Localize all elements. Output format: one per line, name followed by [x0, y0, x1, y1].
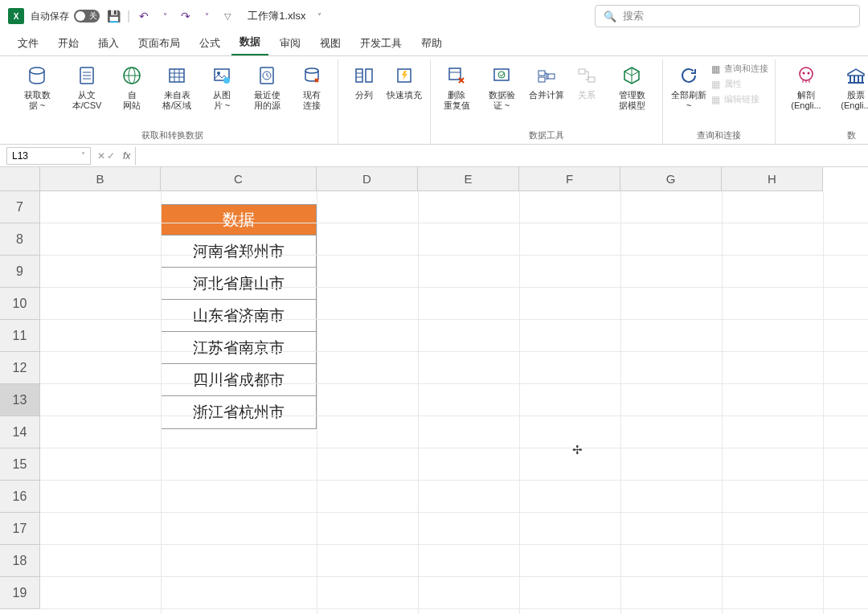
search-box[interactable]: 🔍 搜索 — [595, 5, 860, 27]
enter-icon[interactable]: ✓ — [107, 150, 115, 162]
rel-icon — [574, 63, 600, 88]
ribbon-button-label: 自 网站 — [123, 90, 141, 111]
row-header[interactable]: 13 — [0, 384, 40, 416]
redo-icon[interactable]: ↷ — [178, 9, 193, 23]
column-header[interactable]: H — [722, 167, 823, 191]
ribbon-button[interactable]: 解剖 (Engli... — [782, 59, 830, 114]
row-headers: 78910111213141516171819 — [0, 191, 40, 614]
list-icon: ▦ — [710, 63, 721, 75]
tab-视图[interactable]: 视图 — [312, 31, 349, 55]
undo-icon[interactable]: ↶ — [137, 9, 151, 23]
ribbon-button[interactable]: 股票 (Engli... — [832, 59, 868, 114]
sheet-area: BCDEFGH 78910111213141516171819 数据 河南省郑州… — [0, 167, 868, 614]
toggle-switch[interactable]: 关 — [74, 10, 100, 23]
search-icon: 🔍 — [604, 10, 616, 23]
ribbon-button-label: 最近使 用的源 — [254, 90, 280, 111]
tab-数据[interactable]: 数据 — [231, 30, 268, 55]
column-header[interactable]: E — [418, 167, 519, 191]
row-header[interactable]: 12 — [0, 352, 40, 384]
row-header[interactable]: 9 — [0, 256, 40, 288]
column-header[interactable]: C — [161, 167, 317, 191]
row-header[interactable]: 10 — [0, 288, 40, 320]
cancel-icon[interactable]: ✕ — [97, 150, 105, 162]
formula-bar-buttons: ✕ ✓ — [94, 150, 118, 162]
search-placeholder: 搜索 — [623, 9, 644, 23]
row-header[interactable]: 11 — [0, 320, 40, 352]
svg-rect-24 — [449, 68, 461, 80]
csv-icon — [74, 63, 100, 88]
name-box[interactable]: L13 ˅ — [6, 147, 91, 165]
row-header[interactable]: 19 — [0, 577, 40, 609]
ribbon-button[interactable]: 从图 片 ~ — [203, 59, 241, 114]
qat-customize-icon[interactable]: ▽ — [220, 9, 235, 23]
ribbon-button[interactable]: 来自表 格/区域 — [153, 59, 201, 114]
ribbon-small-item: ▦属性 — [710, 78, 768, 90]
redo-dropdown-icon[interactable]: ˅ — [199, 9, 214, 23]
svg-rect-30 — [548, 74, 555, 79]
ribbon-group: 解剖 (Engli...股票 (Engli...货币数 — [776, 59, 868, 144]
ribbon-small-item[interactable]: ▦查询和连接 — [710, 63, 768, 75]
ribbon-button: 关系 — [567, 59, 606, 104]
column-header[interactable]: B — [40, 167, 161, 191]
cells-area[interactable]: 数据 河南省郑州市河北省唐山市山东省济南市江苏省南京市四川省成都市浙江省杭州市 … — [40, 191, 868, 614]
ribbon-button[interactable]: 合并计算 — [527, 59, 566, 104]
row-header[interactable]: 8 — [0, 223, 40, 256]
ribbon-button[interactable]: 分列 — [345, 59, 383, 104]
ribbon-button[interactable]: 快速填充 — [385, 59, 424, 104]
ribbon-button[interactable]: 自 网站 — [113, 59, 151, 114]
filename-dropdown-icon[interactable]: ˅ — [312, 9, 326, 23]
tab-审阅[interactable]: 审阅 — [272, 31, 309, 55]
tab-页面布局[interactable]: 页面布局 — [130, 31, 188, 55]
tab-插入[interactable]: 插入 — [90, 31, 127, 55]
ribbon-button[interactable]: 最近使 用的源 — [243, 59, 291, 114]
ribbon-button[interactable]: 现有 连接 — [293, 59, 331, 114]
row-header[interactable]: 18 — [0, 545, 40, 577]
recent-icon — [254, 63, 280, 88]
file-name: 工作簿1.xlsx — [248, 9, 305, 23]
tab-公式[interactable]: 公式 — [191, 31, 228, 55]
ribbon-group: 分列快速填充 — [338, 59, 431, 144]
column-header[interactable]: F — [519, 167, 620, 191]
ribbon-button-label: 关系 — [578, 90, 596, 100]
row-header[interactable]: 14 — [0, 416, 40, 448]
ribbon-button-label: 获取数 据 ~ — [24, 90, 51, 111]
ribbon-button[interactable]: 全部刷新 ~ — [669, 59, 708, 114]
ribbon-button-label: 解剖 (Engli... — [784, 90, 829, 111]
row-header[interactable]: 7 — [0, 191, 40, 223]
group-label: 数据工具 — [529, 127, 564, 144]
prop-icon: ▦ — [710, 79, 721, 90]
autosave-toggle[interactable]: 自动保存 关 — [31, 10, 100, 23]
svg-rect-8 — [170, 69, 184, 82]
fx-icon[interactable]: fx — [118, 150, 135, 162]
tab-开始[interactable]: 开始 — [50, 31, 87, 55]
ribbon-button-label: 数据验 证 ~ — [489, 90, 515, 111]
svg-point-15 — [223, 77, 230, 84]
group-label: 查询和连接 — [697, 127, 741, 144]
ribbon-group: 全部刷新 ~▦查询和连接▦属性▦编辑链接查询和连接 — [663, 59, 776, 144]
ribbon-group: 删除 重复值数据验 证 ~合并计算关系管理数 据模型数据工具 — [431, 59, 663, 144]
ribbon-button[interactable]: 获取数 据 ~ — [13, 59, 61, 114]
tab-帮助[interactable]: 帮助 — [413, 31, 450, 55]
column-header[interactable]: D — [317, 167, 418, 191]
ribbon-button[interactable]: 从文 本/CSV — [63, 59, 111, 114]
split-icon — [351, 63, 377, 88]
row-header[interactable]: 17 — [0, 513, 40, 545]
ribbon-button-label: 从文 本/CSV — [72, 90, 102, 111]
row-header[interactable]: 16 — [0, 481, 40, 513]
ribbon-button[interactable]: 数据验 证 ~ — [477, 59, 526, 114]
save-icon[interactable]: 💾 — [106, 9, 121, 23]
formula-bar[interactable] — [135, 147, 868, 165]
column-header[interactable]: G — [620, 167, 722, 191]
name-box-dropdown-icon[interactable]: ˅ — [81, 151, 85, 160]
tab-开发工具[interactable]: 开发工具 — [352, 31, 410, 55]
formula-bar-row: L13 ˅ ✕ ✓ fx — [0, 145, 868, 167]
svg-point-27 — [498, 72, 505, 78]
ribbon-button[interactable]: 管理数 据模型 — [608, 59, 656, 114]
consol-icon — [534, 63, 559, 88]
ribbon-button[interactable]: 删除 重复值 — [437, 59, 476, 114]
name-box-value: L13 — [12, 150, 28, 162]
tab-文件[interactable]: 文件 — [10, 31, 47, 55]
row-header[interactable]: 15 — [0, 448, 40, 481]
undo-dropdown-icon[interactable]: ˅ — [158, 9, 172, 23]
select-all-corner[interactable] — [0, 167, 40, 191]
